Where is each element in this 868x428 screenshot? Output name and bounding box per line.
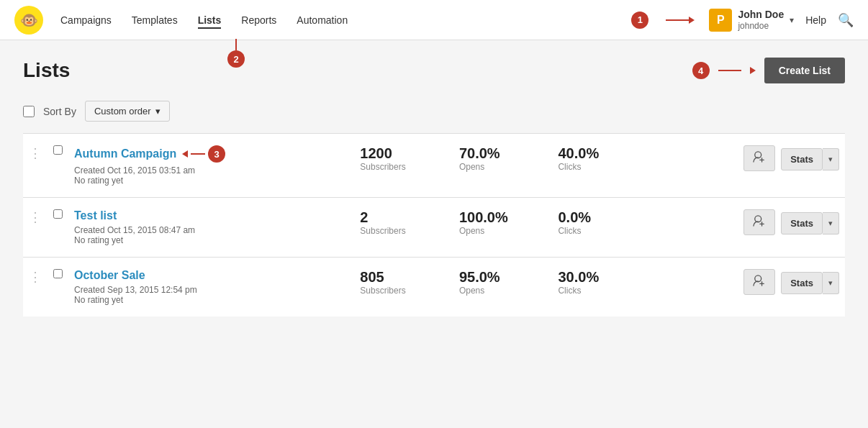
nav-templates[interactable]: Templates (132, 12, 178, 29)
list-rating-3: No rating yet (74, 295, 348, 305)
row-checkbox-cell (48, 134, 68, 198)
subscribers-cell-3: 805 Subscribers (354, 258, 453, 317)
stats-btn-group-1: Stats ▾ (781, 148, 839, 170)
opens-count-3: 95.0% (459, 269, 547, 286)
list-created-1: Created Oct 16, 2015 03:51 am (74, 165, 348, 176)
clicks-label-1: Clicks (558, 162, 646, 172)
list-name-cell-1: Autumn Campaign 3 Created Oct 16, 2015 0… (68, 134, 354, 198)
user-info: John Doe johndoe (738, 8, 784, 32)
subscribers-count-2: 2 (360, 209, 448, 226)
list-rating-1: No rating yet (74, 176, 348, 186)
table-row: ⋮ Autumn Campaign 3 Created Oct 16, (23, 134, 845, 198)
add-person-icon-2 (753, 215, 766, 227)
stats-dropdown-button-2[interactable]: ▾ (823, 212, 839, 235)
drag-handle[interactable]: ⋮ (23, 134, 48, 198)
add-subscriber-button-1[interactable] (743, 145, 775, 171)
subscribers-cell-2: 2 Subscribers (354, 198, 453, 258)
user-section[interactable]: P John Doe johndoe ▾ (709, 8, 794, 32)
drag-handle[interactable]: ⋮ (23, 258, 48, 317)
nav-reports[interactable]: Reports (241, 12, 276, 29)
row-checkbox-3[interactable] (53, 269, 63, 278)
row-checkbox-2[interactable] (53, 209, 63, 219)
sort-by-label: Sort By (43, 106, 76, 117)
stats-btn-group-2: Stats ▾ (781, 212, 839, 235)
list-created-3: Created Sep 13, 2015 12:54 pm (74, 285, 348, 295)
stats-button-2[interactable]: Stats (781, 212, 823, 235)
header-actions: 4 Create List (692, 58, 845, 83)
page-title: Lists (23, 59, 70, 82)
page-content: Lists 4 Create List Sort By Custom order… (0, 40, 868, 334)
opens-count-2: 100.0% (459, 209, 547, 226)
list-created-2: Created Oct 15, 2015 08:47 am (74, 225, 348, 235)
clicks-count-1: 40.0% (558, 145, 646, 162)
actions-cell-1: Stats ▾ (669, 134, 845, 198)
list-name-cell-3: October Sale Created Sep 13, 2015 12:54 … (68, 258, 354, 317)
subscribers-cell-1: 1200 Subscribers (354, 134, 453, 198)
sort-arrow: ▾ (155, 106, 161, 117)
top-navigation: 🐵 Campaigns Templates Lists Reports Auto… (0, 0, 868, 40)
list-name-1[interactable]: Autumn Campaign (74, 147, 176, 160)
clicks-cell-1: 40.0% Clicks (552, 134, 651, 198)
add-subscriber-button-3[interactable] (743, 269, 775, 295)
row-checkbox-1[interactable] (53, 145, 63, 155)
nav-automation[interactable]: Automation (297, 12, 348, 29)
table-row: ⋮ October Sale Created Sep 13, 2015 12:5… (23, 258, 845, 317)
main-nav: Campaigns Templates Lists Reports Automa… (60, 12, 631, 29)
user-dropdown-arrow: ▾ (790, 15, 794, 25)
stats-btn-group-3: Stats ▾ (781, 272, 839, 294)
mailchimp-logo: 🐵 (14, 6, 43, 35)
avatar: P (709, 9, 732, 32)
user-name: John Doe (738, 8, 784, 21)
stats-button-1[interactable]: Stats (781, 148, 823, 170)
opens-cell-1: 70.0% Opens (453, 134, 553, 198)
annotation-3: 3 (208, 145, 225, 163)
create-list-button[interactable]: Create List (764, 58, 845, 83)
opens-count-1: 70.0% (459, 145, 547, 162)
stats-dropdown-button-3[interactable]: ▾ (823, 272, 839, 294)
search-icon[interactable]: 🔍 (838, 12, 854, 28)
annotation-4-arrowhead (750, 67, 756, 74)
toolbar: Sort By Custom order ▾ (23, 101, 845, 122)
stats-button-3[interactable]: Stats (781, 272, 823, 294)
opens-label-2: Opens (459, 226, 547, 236)
sort-value: Custom order (94, 106, 151, 117)
subscribers-label-2: Subscribers (360, 226, 448, 236)
actions-cell-3: Stats ▾ (669, 258, 845, 317)
stats-dropdown-button-1[interactable]: ▾ (823, 148, 839, 170)
table-row: ⋮ Test list Created Oct 15, 2015 08:47 a… (23, 198, 845, 258)
annotation-1-arrow (666, 17, 695, 24)
page-header: Lists 4 Create List (23, 58, 845, 83)
clicks-count-2: 0.0% (558, 209, 646, 226)
list-name-3[interactable]: October Sale (74, 269, 145, 281)
clicks-label-2: Clicks (558, 226, 646, 236)
actions-cell-2: Stats ▾ (669, 198, 845, 258)
nav-right-section: 1 P John Doe johndoe ▾ Help 🔍 (631, 8, 854, 32)
nav-lists[interactable]: Lists (198, 12, 222, 29)
row-checkbox-cell (48, 258, 68, 317)
annotation-3-group: 3 (182, 145, 225, 163)
annotation-3-line (191, 153, 205, 155)
list-name-2[interactable]: Test list (74, 209, 117, 222)
lists-table: ⋮ Autumn Campaign 3 Created Oct 16, (23, 133, 845, 317)
annotation-4-arrow-line (718, 70, 741, 71)
opens-cell-2: 100.0% Opens (453, 198, 553, 258)
drag-handle[interactable]: ⋮ (23, 198, 48, 258)
opens-cell-3: 95.0% Opens (453, 258, 553, 317)
nav-campaigns[interactable]: Campaigns (60, 12, 112, 29)
sort-dropdown[interactable]: Custom order ▾ (85, 101, 170, 122)
opens-label-1: Opens (459, 162, 547, 172)
opens-label-3: Opens (459, 286, 547, 296)
annotation-1: 1 (631, 12, 648, 29)
subscribers-count-1: 1200 (360, 145, 448, 162)
annotation-2: 2 (227, 50, 245, 68)
add-subscriber-button-2[interactable] (743, 209, 775, 235)
select-all-checkbox[interactable] (23, 106, 35, 117)
help-link[interactable]: Help (805, 14, 826, 26)
add-person-icon-3 (753, 275, 766, 286)
list-rating-2: No rating yet (74, 235, 348, 245)
row-checkbox-cell (48, 198, 68, 258)
annotation-4: 4 (692, 62, 710, 79)
name-with-annotation: Autumn Campaign 3 (74, 145, 348, 163)
user-handle: johndoe (738, 21, 784, 32)
subscribers-label-3: Subscribers (360, 286, 448, 296)
